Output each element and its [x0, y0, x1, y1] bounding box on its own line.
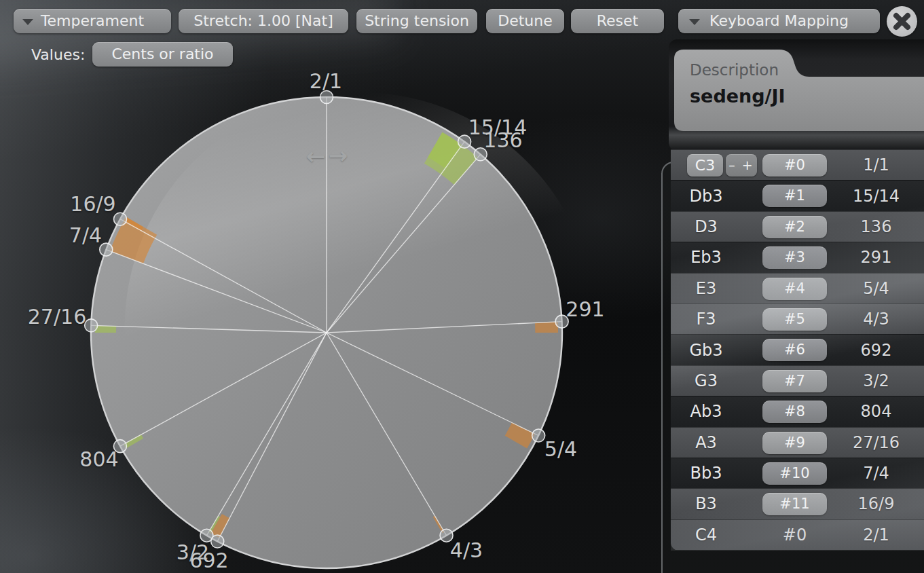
octave-minus-plus-button[interactable]: – +: [726, 154, 757, 177]
degree-index-button[interactable]: #8: [762, 401, 827, 423]
degree-index-button[interactable]: #10: [762, 462, 827, 485]
mapping-row-Ab3[interactable]: Ab3#8804: [671, 396, 924, 426]
tuning-value[interactable]: 136: [834, 212, 919, 242]
degree-index-label: #0: [762, 520, 827, 550]
mapping-row-F3[interactable]: F3#54/3: [671, 303, 924, 334]
note-name: Db3: [671, 181, 741, 210]
note-name: Eb3: [671, 242, 741, 272]
tuning-value[interactable]: 2/1: [834, 520, 919, 550]
degree-index-button[interactable]: #7: [762, 370, 827, 392]
note-name: B3: [671, 489, 741, 519]
note-name: A3: [671, 428, 741, 458]
tuning-value[interactable]: 27/16: [834, 428, 919, 458]
note-button-C3[interactable]: C3: [687, 154, 723, 177]
tuning-value[interactable]: 1/1: [834, 150, 919, 180]
keyboard-mapping-table: C3– +#01/1Db3#115/14D3#2136Eb3#3291E3#45…: [671, 149, 924, 551]
tuning-value[interactable]: 692: [834, 335, 919, 365]
mapping-row-G3[interactable]: G3#73/2: [671, 365, 924, 396]
mapping-row-Bb3[interactable]: Bb3#107/4: [671, 458, 924, 488]
note-name: Bb3: [671, 458, 741, 488]
mapping-row-Eb3[interactable]: Eb3#3291: [671, 242, 924, 272]
note-name: F3: [671, 304, 741, 334]
degree-index-button[interactable]: #0: [762, 154, 827, 177]
mapping-row-D3[interactable]: D3#2136: [671, 211, 924, 242]
tuning-value[interactable]: 291: [834, 242, 919, 272]
degree-index-button[interactable]: #5: [762, 308, 827, 331]
tuning-value[interactable]: 804: [834, 396, 919, 426]
note-name: E3: [671, 274, 741, 303]
mapping-row-C4[interactable]: C4#02/1: [671, 519, 924, 550]
mapping-row-Gb3[interactable]: Gb3#6692: [671, 334, 924, 365]
degree-index-button[interactable]: #9: [762, 432, 827, 454]
degree-index-button[interactable]: #1: [762, 185, 827, 207]
degree-index-button[interactable]: #11: [762, 493, 827, 515]
note-name: C4: [671, 520, 741, 550]
note-name: Gb3: [671, 335, 741, 365]
mapping-row-C3[interactable]: C3– +#01/1: [671, 149, 924, 180]
note-name: G3: [671, 366, 741, 396]
tuning-value[interactable]: 16/9: [834, 489, 919, 519]
degree-index-button[interactable]: #6: [762, 339, 827, 361]
description-text[interactable]: sedeng/JI: [690, 86, 786, 107]
tuning-value[interactable]: 7/4: [834, 458, 919, 488]
degree-index-button[interactable]: #4: [762, 278, 827, 300]
mapping-row-E3[interactable]: E3#45/4: [671, 273, 924, 303]
tuning-value[interactable]: 15/14: [834, 181, 919, 210]
mapping-row-Db3[interactable]: Db3#115/14: [671, 180, 924, 210]
tuning-value[interactable]: 3/2: [834, 366, 919, 396]
description-tab-label: Description: [690, 61, 779, 79]
tuning-value[interactable]: 4/3: [834, 304, 919, 334]
mapping-row-A3[interactable]: A3#927/16: [671, 427, 924, 458]
note-name: Ab3: [671, 396, 741, 426]
note-name: D3: [671, 212, 741, 242]
tuning-value[interactable]: 5/4: [834, 274, 919, 303]
mapping-row-B3[interactable]: B3#1116/9: [671, 488, 924, 519]
degree-index-button[interactable]: #2: [762, 216, 827, 238]
tuning-editor-window: Temperament Stretch: 1.00 [Nat] String t…: [0, 0, 924, 573]
degree-index-button[interactable]: #3: [762, 246, 827, 269]
